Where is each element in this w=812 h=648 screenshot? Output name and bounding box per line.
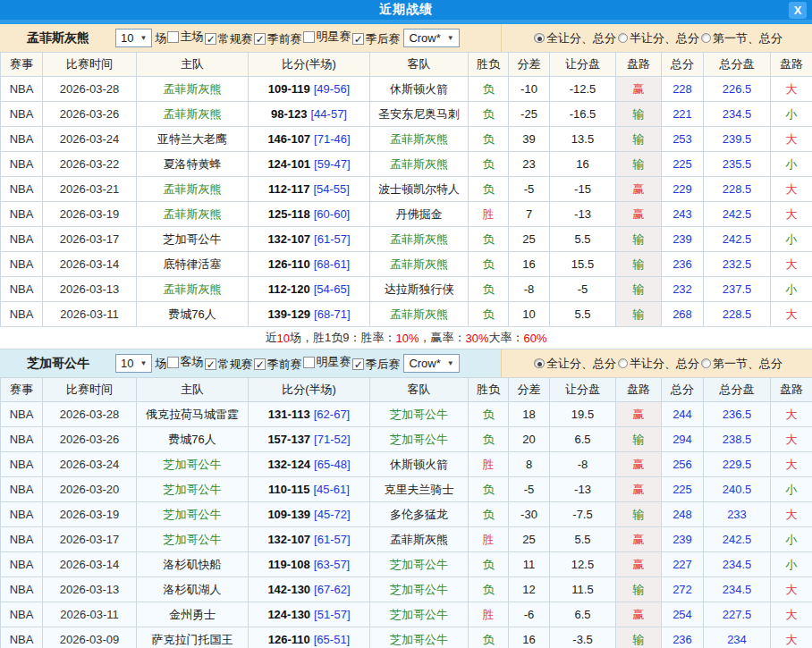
radio-icon[interactable]	[618, 33, 628, 43]
date-cell: 2026-03-20	[43, 477, 137, 502]
radio-icon[interactable]	[618, 358, 628, 368]
filter-checkbox[interactable]: ✓季前赛	[253, 357, 302, 373]
result-cell: 负	[469, 577, 509, 602]
column-header: 比赛时间	[43, 53, 137, 77]
total-cell: 256	[662, 452, 704, 477]
handicap-result-cell: 赢	[616, 177, 662, 202]
total-cell: 221	[662, 102, 704, 127]
checkbox-label: 季后赛	[365, 357, 400, 373]
total-cell: 243	[662, 202, 704, 227]
score-cell: 109-119[49-56]	[249, 77, 370, 102]
handicap-result-cell: 输	[616, 127, 662, 152]
checkbox-icon[interactable]: ✓	[352, 33, 364, 45]
score-mode-radio[interactable]: 全让分、总分	[531, 30, 616, 46]
close-button[interactable]: X	[789, 2, 807, 19]
handicap-result-cell: 赢	[616, 77, 662, 102]
diff-cell: 25	[509, 227, 550, 252]
handicap-result-cell: 输	[616, 627, 662, 648]
games-count-suffix: 场	[155, 30, 166, 46]
checkbox-icon[interactable]: ✓	[205, 33, 216, 45]
score-cell: 157-137[71-52]	[249, 427, 370, 452]
filter-checkbox[interactable]: 明星赛	[302, 354, 351, 370]
radio-icon[interactable]	[534, 358, 545, 368]
handicap-cell: 5.5	[550, 227, 616, 252]
league-cell: NBA	[1, 77, 43, 102]
games-count-select[interactable]: 10▼	[115, 354, 152, 373]
handicap-cell: -16.5	[550, 102, 616, 127]
home-team-cell: 亚特兰大老鹰	[137, 127, 249, 152]
games-count-suffix: 场	[155, 356, 166, 372]
handicap-cell: -15	[550, 177, 616, 202]
score-mode-radio[interactable]: 第一节、总分	[701, 356, 782, 372]
date-cell: 2026-03-17	[43, 227, 137, 252]
filter-checkbox[interactable]: 客场	[166, 354, 204, 370]
total-cell: 236	[662, 627, 704, 648]
total-result-cell: 大	[771, 77, 812, 102]
total-result-cell: 大	[771, 602, 812, 627]
game-row: NBA2026-03-20芝加哥公牛110-115[45-61]克里夫兰骑士负-…	[1, 477, 812, 502]
score-cell: 119-108[63-57]	[249, 552, 370, 577]
section-team-name: 芝加哥公牛	[27, 356, 113, 372]
total-cell: 268	[662, 302, 704, 327]
score-mode-radio[interactable]: 全让分、总分	[531, 356, 616, 372]
checkbox-icon[interactable]	[303, 31, 315, 43]
column-header: 客队	[370, 53, 469, 77]
score-mode-radio[interactable]: 半让分、总分	[618, 356, 699, 372]
result-cell: 负	[469, 77, 509, 102]
filter-checkbox[interactable]: ✓季前赛	[253, 31, 302, 47]
total-cell: 228	[662, 77, 704, 102]
game-row: NBA2026-03-24芝加哥公牛132-124[65-48]休斯顿火箭胜8-…	[1, 452, 812, 477]
filter-checkbox[interactable]: ✓常规赛	[204, 31, 253, 47]
column-header: 比分(半场)	[249, 378, 370, 402]
checkbox-icon[interactable]: ✓	[205, 358, 216, 370]
filter-checkbox[interactable]: 主场	[166, 29, 204, 45]
date-cell: 2026-03-19	[43, 202, 137, 227]
away-team-cell: 芝加哥公牛	[370, 602, 469, 627]
chevron-down-icon: ▼	[447, 34, 454, 42]
score-cell: 126-110[68-61]	[249, 252, 370, 277]
checkbox-icon[interactable]	[303, 357, 315, 368]
radio-icon[interactable]	[701, 358, 711, 368]
odds-source-select[interactable]: Crow*▼	[403, 354, 459, 373]
checkbox-icon[interactable]: ✓	[352, 358, 364, 370]
checkbox-label: 季前赛	[266, 31, 301, 47]
checkbox-icon[interactable]: ✓	[254, 33, 266, 45]
home-team-cell: 底特律活塞	[137, 252, 249, 277]
radio-icon[interactable]	[701, 33, 711, 43]
score-mode-radio[interactable]: 半让分、总分	[618, 30, 699, 46]
handicap-result-cell: 赢	[616, 477, 662, 502]
score-mode-radio[interactable]: 第一节、总分	[701, 30, 782, 46]
diff-cell: -5	[509, 177, 550, 202]
filter-checkbox[interactable]: ✓常规赛	[204, 357, 253, 373]
away-team-cell: 芝加哥公牛	[370, 627, 469, 648]
home-team-cell: 芝加哥公牛	[137, 452, 249, 477]
checkbox-icon[interactable]	[167, 357, 179, 368]
date-cell: 2026-03-17	[43, 527, 137, 552]
home-team-cell: 夏洛特黄蜂	[137, 152, 249, 177]
filter-checkbox[interactable]: 明星赛	[302, 29, 351, 45]
diff-cell: 25	[509, 527, 550, 552]
total-line-cell: 228.5	[704, 302, 771, 327]
games-count-select[interactable]: 10▼	[115, 29, 152, 47]
score-cell: 142-130[67-62]	[249, 577, 370, 602]
handicap-cell: -8	[550, 452, 616, 477]
handicap-cell: 5.5	[550, 527, 616, 552]
filter-checkbox[interactable]: ✓季后赛	[351, 31, 401, 47]
total-line-cell: 239.5	[704, 127, 771, 152]
radio-icon[interactable]	[534, 33, 545, 43]
checkbox-icon[interactable]	[167, 31, 179, 43]
date-cell: 2026-03-21	[43, 177, 137, 202]
odds-source-select[interactable]: Crow*▼	[403, 29, 459, 47]
checkbox-icon[interactable]: ✓	[254, 358, 266, 370]
diff-cell: -25	[509, 102, 550, 127]
away-team-cell: 丹佛掘金	[370, 202, 469, 227]
league-cell: NBA	[1, 627, 43, 648]
league-cell: NBA	[1, 427, 43, 452]
game-row: NBA2026-03-14洛杉矶快船119-108[63-57]芝加哥公牛负11…	[1, 552, 812, 577]
handicap-result-cell: 输	[616, 152, 662, 177]
away-team-cell: 克里夫兰骑士	[370, 477, 469, 502]
total-cell: 227	[662, 552, 704, 577]
total-cell: 239	[662, 227, 704, 252]
filter-checkbox[interactable]: ✓季后赛	[351, 357, 401, 373]
total-result-cell: 大	[771, 302, 812, 327]
